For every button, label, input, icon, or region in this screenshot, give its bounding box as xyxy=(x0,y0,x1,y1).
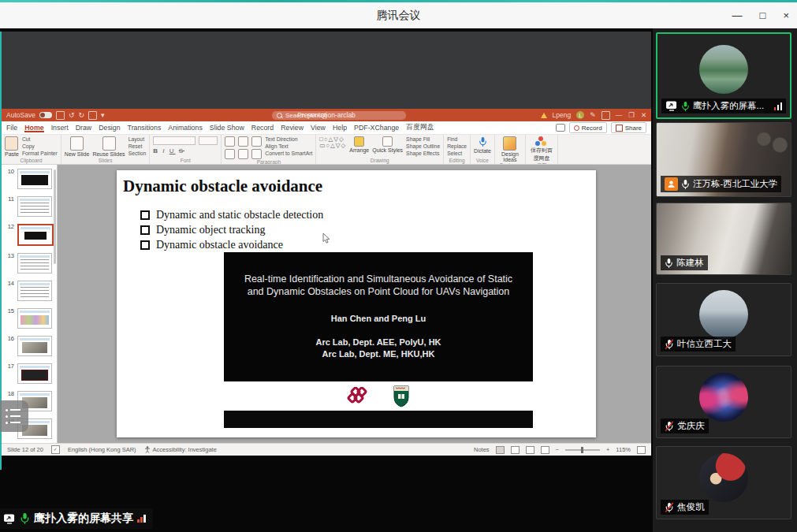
align-left-icon[interactable] xyxy=(225,149,235,159)
zoom-slider[interactable] xyxy=(565,449,600,451)
ppt-close-button[interactable]: ✕ xyxy=(641,111,646,119)
tab-animations[interactable]: Animations xyxy=(168,124,203,132)
tab-transitions[interactable]: Transitions xyxy=(128,124,162,132)
slide-thumb-13[interactable]: 13 xyxy=(6,253,54,273)
new-slide-button[interactable]: New Slide xyxy=(65,136,90,157)
participant-tile-video[interactable]: 汪万栋-西北工业大学 xyxy=(656,122,791,197)
select-button[interactable]: Select xyxy=(447,151,467,156)
align-center-icon[interactable] xyxy=(238,149,248,159)
format-painter-button[interactable]: Format Painter xyxy=(22,151,58,156)
meeting-titlebar[interactable]: 腾讯会议 — □ × xyxy=(0,2,797,29)
autosave-toggle[interactable] xyxy=(39,112,52,118)
redo-icon[interactable]: ↻ xyxy=(78,112,84,119)
slide-thumb-11[interactable]: 11 xyxy=(6,196,54,217)
screen-share-indicator[interactable]: 鹰扑入雾的屏幕共享 xyxy=(0,508,153,529)
font-name-select[interactable] xyxy=(153,136,196,145)
comments-icon[interactable] xyxy=(556,124,565,132)
undo-icon[interactable]: ↺ xyxy=(69,112,75,119)
text-direction-button[interactable]: Text Direction xyxy=(265,136,312,142)
participant-tile-avatar[interactable]: 党庆庆 xyxy=(656,366,791,438)
bold-button[interactable]: B xyxy=(153,147,159,154)
meeting-panel-toggle[interactable] xyxy=(0,400,28,432)
tab-file[interactable]: File xyxy=(6,124,17,132)
tab-home[interactable]: Home xyxy=(24,124,43,132)
save-to-baidu-button[interactable]: 保存到百度网盘 xyxy=(529,136,554,162)
copy-button[interactable]: Copy xyxy=(22,143,58,149)
tab-design[interactable]: Design xyxy=(99,124,120,132)
thumbnail-scrollbar[interactable] xyxy=(54,169,56,264)
tab-draw[interactable]: Draw xyxy=(76,124,92,132)
slide-sorter-view-icon[interactable] xyxy=(511,446,520,454)
zoom-slider-thumb[interactable] xyxy=(581,447,583,453)
reading-view-icon[interactable] xyxy=(526,446,534,454)
dictate-button[interactable]: Dictate xyxy=(474,136,491,154)
language-indicator[interactable]: English (Hong Kong SAR) xyxy=(68,446,136,453)
save-icon[interactable] xyxy=(56,111,65,120)
slide-thumb-15[interactable]: 15 xyxy=(6,308,54,329)
warning-icon[interactable] xyxy=(541,113,547,118)
strikethrough-button[interactable]: S xyxy=(179,147,184,154)
slide-thumb-17[interactable]: 17 xyxy=(6,363,54,384)
minimize-button[interactable]: — xyxy=(732,9,743,21)
tab-help[interactable]: Help xyxy=(333,124,347,132)
slideshow-view-icon[interactable] xyxy=(541,446,549,454)
smartart-button[interactable]: Convert to SmartArt xyxy=(265,151,312,156)
replace-button[interactable]: Replace xyxy=(447,143,467,149)
tab-pdf-xchange[interactable]: PDF-XChange xyxy=(354,124,399,132)
maximize-button[interactable]: □ xyxy=(760,9,766,21)
pen-icon[interactable]: ✎ xyxy=(590,112,596,119)
slide-thumb-10[interactable]: 10 xyxy=(6,169,54,189)
participant-tile-avatar[interactable]: 焦俊凯 xyxy=(656,446,791,519)
arrange-button[interactable]: Arrange xyxy=(349,136,369,153)
font-size-select[interactable] xyxy=(199,136,218,145)
cut-button[interactable]: Cut xyxy=(22,136,58,142)
columns-icon[interactable] xyxy=(251,149,262,159)
section-button[interactable]: Section xyxy=(128,151,147,156)
account-avatar[interactable]: L xyxy=(576,111,584,119)
slide-thumb-14[interactable]: 14 xyxy=(6,281,54,301)
fit-to-window-icon[interactable] xyxy=(637,446,646,454)
normal-view-icon[interactable] xyxy=(496,446,505,454)
slide-thumb-16[interactable]: 16 xyxy=(6,336,54,356)
qat-dropdown-icon[interactable]: ▾ xyxy=(101,112,105,119)
account-name[interactable]: Lpeng xyxy=(553,111,572,119)
share-button[interactable]: Share xyxy=(611,122,646,133)
zoom-out-button[interactable]: − xyxy=(556,446,559,453)
display-settings-icon[interactable] xyxy=(601,111,610,120)
accessibility-status[interactable]: Accessibility: Investigate xyxy=(144,446,217,453)
shape-effects-button[interactable]: Shape Effects xyxy=(406,151,440,156)
present-icon[interactable] xyxy=(88,111,97,120)
ppt-minimize-button[interactable]: — xyxy=(616,111,623,119)
numbering-icon[interactable] xyxy=(238,136,248,147)
layout-button[interactable]: Layout xyxy=(128,136,147,142)
underline-button[interactable]: U xyxy=(169,147,176,154)
embedded-video-frame[interactable]: Real-time Identification and Simultaneou… xyxy=(224,252,533,381)
tab-view[interactable]: View xyxy=(311,124,326,132)
quick-styles-button[interactable]: Quick Styles xyxy=(372,136,403,153)
shapes-gallery[interactable]: □○△▽◇ ▭○△▽◇ xyxy=(319,136,346,149)
notes-button[interactable]: Notes xyxy=(474,446,490,453)
tab-record[interactable]: Record xyxy=(251,124,274,132)
search-input[interactable]: Search (Alt+Q) xyxy=(272,111,406,120)
close-button[interactable]: × xyxy=(783,9,789,21)
shape-outline-button[interactable]: Shape Outline xyxy=(406,143,440,149)
align-text-button[interactable]: Align Text xyxy=(265,143,312,149)
current-slide[interactable]: Dynamic obstacle avoidance Dynamic and s… xyxy=(117,170,596,437)
tab-baidu-netdisk[interactable]: 百度网盘 xyxy=(406,123,434,132)
spellcheck-icon[interactable]: ✓ xyxy=(51,445,60,454)
participant-tile-sharer[interactable]: 鹰扑入雾的屏幕... xyxy=(656,32,791,119)
indent-icon[interactable] xyxy=(251,136,262,147)
tab-slide-show[interactable]: Slide Show xyxy=(210,124,244,132)
italic-button[interactable]: I xyxy=(162,147,166,154)
tab-insert[interactable]: Insert xyxy=(51,124,69,132)
bullets-icon[interactable] xyxy=(225,136,235,147)
design-ideas-button[interactable]: Design Ideas xyxy=(498,136,522,162)
participant-tile-avatar[interactable]: 叶信立西工大 xyxy=(656,283,791,356)
tab-review[interactable]: Review xyxy=(281,124,304,132)
slide-thumb-12-selected[interactable]: 12 xyxy=(6,224,54,246)
find-button[interactable]: Find xyxy=(447,136,467,142)
reset-button[interactable]: Reset xyxy=(128,143,147,149)
reuse-slides-button[interactable]: Reuse Slides xyxy=(92,136,125,157)
zoom-level[interactable]: 115% xyxy=(616,446,631,453)
zoom-in-button[interactable]: + xyxy=(606,446,609,453)
